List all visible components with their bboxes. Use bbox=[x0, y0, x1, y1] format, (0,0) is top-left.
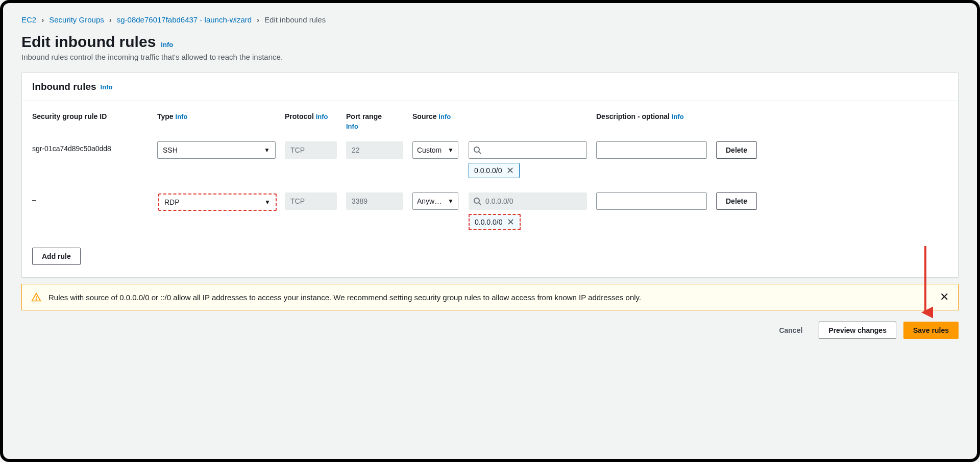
source-info-link[interactable]: Info bbox=[438, 113, 451, 120]
breadcrumb: EC2 › Security Groups › sg-08de76017fabd… bbox=[21, 15, 959, 24]
port-field: 22 bbox=[346, 141, 403, 159]
rules-table: Security group rule ID Type Info Protoco… bbox=[32, 112, 948, 230]
breadcrumb-sg-id[interactable]: sg-08de76017fabd6437 - launch-wizard bbox=[117, 15, 252, 24]
type-select[interactable]: SSH▼ bbox=[157, 141, 276, 159]
warning-alert: Rules with source of 0.0.0.0/0 or ::/0 a… bbox=[21, 284, 959, 310]
port-field: 3389 bbox=[346, 192, 403, 210]
svg-point-0 bbox=[474, 147, 479, 152]
type-info-link[interactable]: Info bbox=[176, 113, 188, 120]
col-description: Description - optional Info bbox=[596, 112, 716, 120]
alert-text: Rules with source of 0.0.0.0/0 or ::/0 a… bbox=[48, 293, 641, 302]
preview-changes-button[interactable]: Preview changes bbox=[819, 322, 896, 339]
caret-down-icon: ▼ bbox=[264, 199, 271, 206]
source-search-input[interactable] bbox=[469, 141, 587, 159]
caret-down-icon: ▼ bbox=[264, 147, 270, 154]
description-input[interactable] bbox=[596, 192, 707, 210]
col-type: Type Info bbox=[157, 112, 285, 120]
cidr-token[interactable]: 0.0.0.0/0 ✕ bbox=[469, 163, 520, 178]
svg-line-3 bbox=[479, 203, 481, 205]
delete-button[interactable]: Delete bbox=[716, 192, 757, 210]
page-info-link[interactable]: Info bbox=[161, 41, 173, 48]
caret-down-icon: ▼ bbox=[448, 198, 454, 205]
protocol-field: TCP bbox=[285, 141, 337, 159]
save-rules-button[interactable]: Save rules bbox=[903, 322, 959, 339]
source-mode-select[interactable]: Anyw…▼ bbox=[412, 192, 458, 210]
warning-icon bbox=[31, 292, 41, 302]
chevron-right-icon: › bbox=[109, 15, 112, 24]
search-icon bbox=[473, 146, 481, 154]
description-input[interactable] bbox=[596, 141, 707, 159]
protocol-info-link[interactable]: Info bbox=[316, 113, 328, 120]
svg-point-2 bbox=[474, 198, 479, 203]
rule-id: sgr-01ca74d89c50a0dd8 bbox=[32, 141, 157, 153]
description-info-link[interactable]: Info bbox=[672, 113, 684, 120]
cidr-token[interactable]: 0.0.0.0/0 ✕ bbox=[469, 214, 521, 230]
breadcrumb-current: Edit inbound rules bbox=[264, 15, 326, 24]
search-icon bbox=[473, 197, 481, 205]
page-subtitle: Inbound rules control the incoming traff… bbox=[21, 53, 959, 61]
chevron-right-icon: › bbox=[257, 15, 259, 24]
chevron-right-icon: › bbox=[41, 15, 44, 24]
panel-title: Inbound rules bbox=[32, 81, 96, 92]
col-port: Port range Info bbox=[346, 112, 412, 130]
source-mode-select[interactable]: Custom▼ bbox=[412, 141, 458, 159]
panel-info-link[interactable]: Info bbox=[101, 83, 113, 91]
breadcrumb-security-groups[interactable]: Security Groups bbox=[49, 15, 104, 24]
col-protocol: Protocol Info bbox=[285, 112, 346, 120]
delete-button[interactable]: Delete bbox=[716, 141, 757, 159]
close-icon[interactable]: ✕ bbox=[940, 291, 949, 303]
port-info-link[interactable]: Info bbox=[346, 123, 358, 130]
svg-line-1 bbox=[479, 152, 481, 154]
table-row: sgr-01ca74d89c50a0dd8 SSH▼ TCP 22 bbox=[32, 141, 948, 178]
source-search-input: 0.0.0.0/0 bbox=[469, 192, 587, 210]
cancel-button[interactable]: Cancel bbox=[770, 322, 812, 339]
inbound-rules-panel: Inbound rules Info Security group rule I… bbox=[21, 72, 959, 278]
remove-token-icon[interactable]: ✕ bbox=[506, 166, 514, 175]
remove-token-icon[interactable]: ✕ bbox=[507, 217, 514, 227]
caret-down-icon: ▼ bbox=[448, 147, 454, 154]
type-select[interactable]: RDP▼ bbox=[158, 193, 277, 211]
breadcrumb-ec2[interactable]: EC2 bbox=[21, 15, 36, 24]
col-rule-id: Security group rule ID bbox=[32, 112, 157, 120]
add-rule-button[interactable]: Add rule bbox=[32, 248, 81, 265]
rule-id: – bbox=[32, 192, 157, 204]
protocol-field: TCP bbox=[285, 192, 337, 210]
col-source: Source Info bbox=[412, 112, 596, 120]
table-row: – RDP▼ TCP 3389 bbox=[32, 192, 948, 230]
svg-point-5 bbox=[36, 299, 36, 300]
footer-actions: Cancel Preview changes Save rules bbox=[21, 322, 959, 339]
page-title: Edit inbound rules bbox=[21, 33, 156, 51]
